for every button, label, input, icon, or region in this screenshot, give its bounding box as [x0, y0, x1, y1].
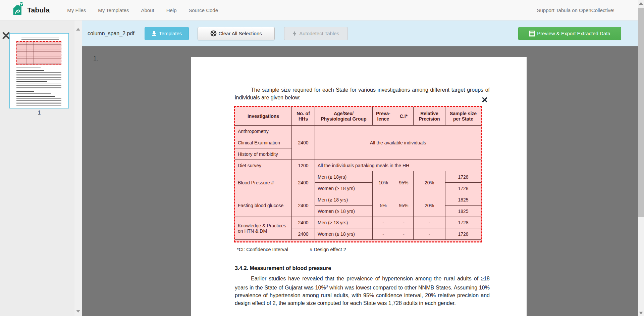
circle-x-icon — [210, 30, 217, 37]
document-filename: column_span_2.pdf — [88, 31, 135, 37]
page-thumbnail-preview — [10, 34, 68, 108]
nav-item-help[interactable]: Help — [160, 7, 183, 13]
templates-button-label: Templates — [159, 31, 182, 36]
table-selection-box[interactable] — [234, 106, 482, 242]
thumbnail-footer-line — [16, 105, 61, 106]
scroll-up-arrow-icon[interactable] — [76, 28, 80, 31]
scroll-up-arrow-icon[interactable] — [639, 2, 643, 5]
clear-button-label: Clear All Selections — [219, 31, 262, 36]
page-index-label: 1. — [93, 55, 98, 62]
export-button-label: Preview & Export Extracted Data — [537, 31, 610, 36]
window-scrollbar[interactable] — [638, 0, 644, 316]
thumbnail-heading-line — [16, 96, 55, 97]
nav-item-my-templates[interactable]: My Templates — [92, 7, 135, 13]
save-template-icon — [151, 31, 157, 36]
thumbnail-text-lines — [16, 98, 61, 104]
footnote-ci: *CI: Confidence Interval — [237, 247, 288, 252]
autodetect-tables-button[interactable]: Autodetect Tables — [284, 27, 348, 40]
thumbnail-selection-box — [16, 41, 61, 65]
preview-export-button[interactable]: Preview & Export Extracted Data — [518, 27, 621, 40]
brand-title: Tabula — [27, 6, 50, 14]
scrollbar-thumb[interactable] — [638, 8, 644, 217]
brand-link[interactable]: Tabula — [12, 2, 50, 18]
table-footnote: *CI: Confidence Interval # Design effect… — [237, 247, 346, 252]
remove-file-x-icon[interactable] — [2, 32, 10, 40]
section-heading: 3.4.2. Measurement of blood pressure — [235, 265, 331, 271]
thumbnail-text-lines — [21, 38, 59, 40]
spreadsheet-icon — [529, 31, 535, 37]
thumbnail-heading-line — [16, 91, 34, 92]
thumbnail-text-lines — [16, 72, 61, 80]
templates-button[interactable]: Templates — [145, 27, 189, 40]
selection-close-x-icon[interactable] — [482, 97, 488, 103]
thumbnail-heading-line — [16, 81, 47, 82]
thumbnail-sidebar: 1 — [0, 20, 74, 316]
sidebar-scrollbar[interactable] — [74, 20, 82, 316]
pdf-workspace: 1. The sample size required for each Sta… — [82, 46, 638, 316]
scroll-down-arrow-icon[interactable] — [76, 310, 80, 313]
thumbnail-text-lines — [16, 84, 61, 89]
tabula-app: Tabula My Files My Templates About Help … — [0, 0, 644, 316]
thumbnail-text-lines — [16, 67, 41, 68]
clear-all-selections-button[interactable]: Clear All Selections — [198, 27, 275, 40]
footnote-design-effect: # Design effect 2 — [310, 247, 346, 252]
thumbnail-page-number: 1 — [0, 110, 78, 116]
nav-item-source-code[interactable]: Source Code — [183, 7, 224, 13]
body-paragraph: Earlier studies have revealed that the p… — [235, 275, 490, 307]
scroll-down-arrow-icon[interactable] — [639, 312, 643, 314]
document-toolbar: column_span_2.pdf Templates Clear All Se… — [82, 20, 638, 46]
pdf-page-canvas[interactable]: The sample size required for each State … — [191, 57, 527, 316]
nav-item-about[interactable]: About — [135, 7, 160, 13]
top-navbar: Tabula My Files My Templates About Help … — [0, 0, 638, 20]
autodetect-button-label: Autodetect Tables — [299, 31, 339, 36]
nav-item-my-files[interactable]: My Files — [61, 7, 92, 13]
page-thumbnail[interactable] — [9, 33, 69, 108]
tabula-logo-icon — [12, 2, 24, 18]
thumbnail-text-lines — [16, 93, 51, 94]
pdf-intro-text: The sample size required for each State … — [235, 86, 490, 101]
nav-links: My Files My Templates About Help Source … — [61, 7, 224, 13]
thumbnail-heading-line — [16, 70, 44, 71]
support-link[interactable]: Support Tabula on OpenCollective! — [537, 7, 614, 13]
lightning-icon — [292, 31, 297, 37]
